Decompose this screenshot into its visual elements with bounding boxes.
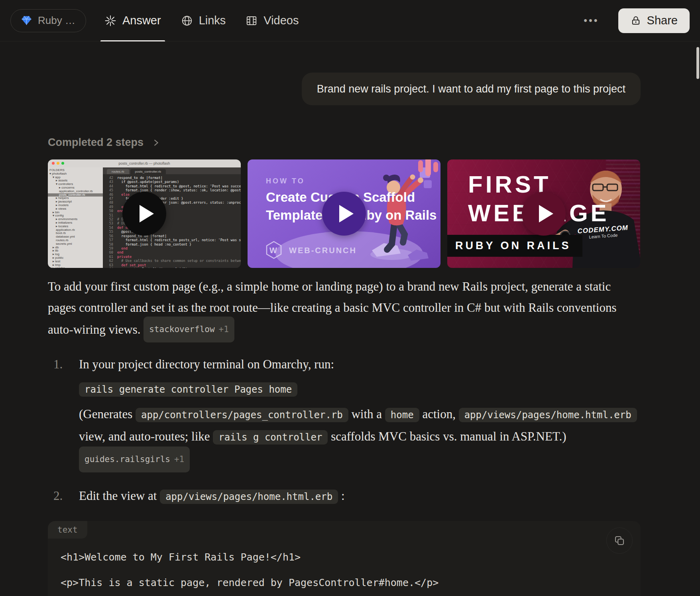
play-button[interactable] bbox=[322, 192, 366, 236]
tab-videos-label: Videos bbox=[263, 14, 299, 27]
share-button[interactable]: Share bbox=[618, 8, 690, 33]
completed-steps-label: Completed 2 steps bbox=[48, 136, 144, 149]
play-triangle-icon bbox=[339, 205, 354, 222]
play-triangle-icon bbox=[140, 205, 154, 222]
list-item-line: (Generates app/controllers/pages_control… bbox=[79, 403, 641, 474]
play-triangle-icon bbox=[539, 205, 553, 222]
copy-icon bbox=[613, 535, 625, 547]
code-block: text <h1>Welcome to My First Rails Page!… bbox=[48, 521, 641, 596]
list-item-line: In your project directory terminal on Om… bbox=[79, 354, 641, 375]
inline-code-chip: app/views/pages/home.html.erb bbox=[459, 408, 637, 422]
user-question-text: Brand new rails project. I want to add m… bbox=[317, 83, 625, 95]
answer-sparkle-icon bbox=[104, 15, 116, 27]
citation-chip[interactable]: stackoverflow+1 bbox=[144, 317, 234, 342]
inline-code-chip: rails generate controller Pages home bbox=[79, 382, 297, 397]
user-question-bubble: Brand new rails project. I want to add m… bbox=[302, 73, 641, 105]
answer-list-item: 1.In your project directory terminal on … bbox=[48, 354, 641, 477]
inline-code-chip: rails g controller bbox=[213, 430, 328, 445]
inline-code-chip: app/views/pages/home.html.erb bbox=[160, 490, 338, 504]
text-segment: In your project directory terminal on Om… bbox=[79, 357, 334, 371]
video-thumbnails-row: posts_controller.rb — photoflash FOLDERS… bbox=[48, 159, 641, 268]
tab-links[interactable]: Links bbox=[177, 0, 230, 41]
top-bar: Ruby … Answer Links bbox=[0, 0, 700, 41]
inline-code-chip: app/controllers/pages_controller.rb bbox=[136, 408, 348, 422]
video-thumbnail-editor[interactable]: posts_controller.rb — photoflash FOLDERS… bbox=[48, 159, 241, 268]
list-item-line: Edit the view at app/views/pages/home.ht… bbox=[79, 485, 641, 507]
film-icon bbox=[246, 15, 258, 27]
chevron-right-icon bbox=[151, 138, 160, 147]
code-line: <p>This is a static page, rendered by Pa… bbox=[61, 574, 613, 591]
answer-ordered-list: 1.In your project directory terminal on … bbox=[48, 354, 641, 511]
tab-links-label: Links bbox=[199, 14, 226, 27]
tab-videos[interactable]: Videos bbox=[242, 0, 303, 41]
inline-code-chip: home bbox=[385, 408, 419, 422]
thread-title: Ruby … bbox=[38, 14, 75, 27]
answer-list-item: 2.Edit the view at app/views/pages/home.… bbox=[48, 485, 641, 511]
tab-bar: Answer Links Videos bbox=[100, 0, 315, 41]
video-thumbnail-first-webpage[interactable]: CODEMY.COM Learn To Code FIRST WEBPAGE R… bbox=[447, 159, 640, 268]
lock-icon bbox=[630, 15, 641, 26]
scrollbar-thumb[interactable] bbox=[696, 47, 699, 79]
globe-icon bbox=[181, 15, 193, 27]
code-lines: <h1>Welcome to My First Rails Page!</h1>… bbox=[61, 549, 613, 591]
text-segment: : bbox=[338, 489, 344, 503]
tab-answer-label: Answer bbox=[122, 14, 161, 27]
more-options-button[interactable]: ••• bbox=[584, 15, 599, 26]
answer-content: Brand new rails project. I want to add m… bbox=[48, 73, 641, 596]
video-thumbnail-scaffold[interactable]: HOW TO Create Custom Scaffold Templates … bbox=[248, 159, 440, 268]
thread-pill[interactable]: Ruby … bbox=[10, 9, 86, 32]
share-label: Share bbox=[647, 14, 678, 27]
code-language-tag: text bbox=[48, 521, 87, 539]
play-button[interactable] bbox=[122, 192, 166, 236]
copy-code-button[interactable] bbox=[606, 527, 633, 554]
text-segment: with a bbox=[348, 407, 385, 421]
code-line: <h1>Welcome to My First Rails Page!</h1> bbox=[61, 549, 613, 566]
citation-chip[interactable]: guides.railsgirls+1 bbox=[79, 447, 190, 472]
text-segment: action, bbox=[419, 407, 459, 421]
text-segment: (Generates bbox=[79, 407, 136, 421]
list-marker: 1. bbox=[48, 354, 79, 477]
play-button[interactable] bbox=[522, 192, 566, 236]
text-segment: To add your first custom page (e.g., a s… bbox=[48, 279, 617, 336]
text-segment: Edit the view at bbox=[79, 489, 160, 503]
answer-intro-paragraph: To add your first custom page (e.g., a s… bbox=[48, 276, 641, 344]
list-item-line: rails generate controller Pages home bbox=[79, 378, 641, 400]
gem-icon bbox=[21, 16, 32, 26]
page: { "colors": { "page_bg": "#1a1918", "bub… bbox=[0, 0, 700, 596]
list-marker: 2. bbox=[48, 485, 79, 511]
text-segment: scaffolds MVC basics vs. manual in ASP.N… bbox=[328, 429, 566, 443]
completed-steps-toggle[interactable]: Completed 2 steps bbox=[48, 136, 160, 149]
tab-answer[interactable]: Answer bbox=[100, 0, 165, 41]
text-segment: view, and auto-routes; like bbox=[79, 429, 213, 443]
